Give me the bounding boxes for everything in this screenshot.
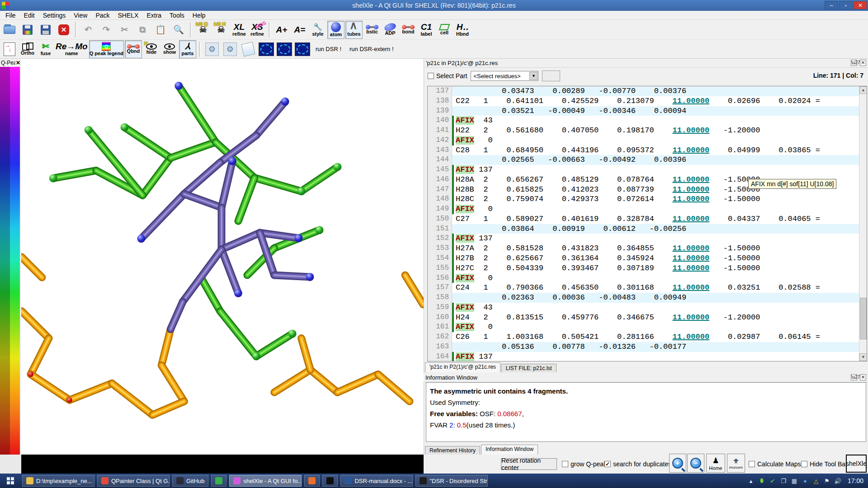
- editor-tab-0[interactable]: 'p21c in P2(1)/c'@ p21c.res: [425, 362, 500, 372]
- editor-close-icon[interactable]: ✕: [860, 60, 866, 66]
- reset-rotation-center-button[interactable]: Reset rotation center: [501, 458, 557, 470]
- tray-expand-arrow[interactable]: ▴: [747, 478, 755, 484]
- zoom-out-button[interactable]: −: [687, 454, 704, 473]
- save-image-button[interactable]: [19, 21, 36, 39]
- bottom-tab-0[interactable]: Refinement History: [425, 446, 480, 455]
- maximize-button[interactable]: ▫: [839, 1, 853, 9]
- bond-button[interactable]: bond: [400, 21, 417, 39]
- editor-line[interactable]: 160H24 2 0.813515 0.459776 0.346675 11.0…: [428, 313, 867, 323]
- taskbar-item-chrome[interactable]: QPainter Class | Qt G...: [97, 475, 170, 487]
- editor-line[interactable]: 148H28C 2 0.759074 0.429373 0.072614 11.…: [428, 194, 867, 204]
- search-duplicates-checkbox[interactable]: ✓search for duplicates: [604, 460, 671, 468]
- redo-button[interactable]: ↷: [98, 21, 115, 39]
- rename-button[interactable]: Re→Moname: [55, 40, 88, 58]
- qpeak-legend-close-icon[interactable]: ✕: [16, 60, 20, 66]
- kill-q-peaks-button[interactable]: ☠kill Q: [194, 21, 212, 39]
- menu-extra[interactable]: Extra: [143, 11, 165, 19]
- editor-scrollbar[interactable]: ▲ ▼: [859, 86, 867, 361]
- editor-line[interactable]: 141H22 2 0.561680 0.407050 0.198170 11.0…: [428, 126, 867, 136]
- paste-button[interactable]: 📋: [152, 21, 169, 39]
- menu-file[interactable]: File: [2, 11, 19, 19]
- tray-leaf-icon[interactable]: ⬮: [758, 477, 765, 484]
- editor-line[interactable]: 161AFIX 0: [428, 322, 867, 332]
- editor-line[interactable]: 143C28 1 0.684950 0.443196 0.095372 11.0…: [428, 145, 867, 155]
- tray-flag-icon[interactable]: ⚑: [823, 478, 830, 484]
- scrollbar-thumb[interactable]: [860, 298, 867, 339]
- settings-search2-button[interactable]: ⚙: [222, 40, 239, 58]
- xl-refine-button[interactable]: XLrefine: [231, 21, 248, 39]
- residues-dropdown[interactable]: <Select residues> ▼: [471, 71, 538, 81]
- fuse-button[interactable]: ✄fuse: [37, 40, 54, 58]
- start-button[interactable]: [0, 474, 21, 488]
- menu-edit[interactable]: Edit: [20, 11, 38, 19]
- editor-line[interactable]: 158 0.02363 0.00036 -0.00483 0.00949: [428, 293, 867, 303]
- editor-line[interactable]: 157C24 1 0.790366 0.456350 0.301168 11.0…: [428, 283, 867, 293]
- editor-line[interactable]: 155H27C 2 0.504339 0.393467 0.307189 11.…: [428, 263, 867, 273]
- editor-line[interactable]: 153H27A 2 0.581528 0.431823 0.364855 11.…: [428, 244, 867, 253]
- xs-refine-button[interactable]: XSANISrefine: [249, 21, 266, 39]
- tray-display-icon[interactable]: ▦: [791, 478, 798, 484]
- hide-toolbars-checkbox[interactable]: Hide Tool Bars: [801, 460, 851, 468]
- editor-line[interactable]: 138C22 1 0.641101 0.425529 0.213079 11.0…: [428, 96, 867, 106]
- atom-mode-button[interactable]: atom: [327, 21, 344, 39]
- editor-line[interactable]: 150C27 1 0.589027 0.401619 0.328784 11.0…: [428, 214, 867, 224]
- editor-line[interactable]: 144 0.02565 -0.00663 -0.00492 0.00396: [428, 155, 867, 165]
- editor-line[interactable]: 149AFIX 0: [428, 204, 867, 214]
- show-button[interactable]: show: [161, 40, 178, 58]
- parts-button[interactable]: ⅄parts: [179, 40, 196, 58]
- editor-line[interactable]: 152AFIX 137: [428, 234, 867, 244]
- open-file-button[interactable]: [1, 21, 18, 39]
- editor-line[interactable]: 159AFIX 43: [428, 303, 867, 313]
- editor-line[interactable]: 137 0.03473 0.00289 -0.00770 0.00376: [428, 86, 867, 96]
- mask-view-1-button[interactable]: [258, 40, 275, 58]
- ballstick-mode-button[interactable]: bstic: [363, 21, 381, 39]
- settings-search-button[interactable]: ⚙: [203, 40, 221, 58]
- editor-line[interactable]: 164AFIX 137: [428, 352, 867, 361]
- qbond-button[interactable]: Qbnd: [125, 40, 142, 58]
- adp-mode-button[interactable]: ADP: [382, 21, 399, 39]
- minimize-button[interactable]: –: [825, 1, 838, 9]
- axes-table-button[interactable]: [1, 40, 18, 58]
- editor-tab-1[interactable]: LIST FILE: p21c.lst: [501, 364, 557, 372]
- close-button[interactable]: ✕: [854, 1, 867, 9]
- bottom-tab-1[interactable]: Information Window: [481, 445, 538, 455]
- editor-line[interactable]: 140AFIX 43: [428, 116, 867, 126]
- menu-shelx[interactable]: SHELX: [114, 11, 142, 19]
- menu-help[interactable]: Help: [189, 11, 209, 19]
- molecule-viewer[interactable]: [21, 59, 424, 455]
- editor-float-icon[interactable]: \u2750: [851, 60, 857, 66]
- invzoom-button[interactable]: ⚜ invzoom: [727, 454, 745, 473]
- editor-line[interactable]: 145AFIX 137: [428, 165, 867, 175]
- editor-line[interactable]: 156AFIX 0: [428, 273, 867, 283]
- font-smaller-button[interactable]: A=: [291, 21, 308, 39]
- info-close-icon[interactable]: ✕: [860, 374, 866, 380]
- grow-qpeaks-checkbox[interactable]: grow Q-peaks: [562, 460, 610, 468]
- taskbar-item-explorer[interactable]: D:\tmp\example_ne...: [22, 475, 94, 487]
- zoom-in-button[interactable]: +: [669, 454, 686, 473]
- taskbar-item-pycharm[interactable]: [322, 475, 338, 487]
- editor-line[interactable]: 163 0.05136 0.00778 -0.01326 -0.00177: [428, 342, 867, 352]
- slab-button[interactable]: [240, 40, 257, 58]
- taskbar-item-green-app[interactable]: [211, 475, 226, 487]
- style-button[interactable]: 🔧style: [309, 21, 326, 39]
- info-float-icon[interactable]: \u2750: [851, 374, 857, 380]
- res-file-editor[interactable]: 137 0.03473 0.00289 -0.00770 0.00376138C…: [427, 86, 867, 361]
- hide-hydrogens-button[interactable]: Hhide: [143, 40, 160, 58]
- hbond-button[interactable]: H‥Hbnd: [454, 21, 471, 39]
- ortho-button[interactable]: Ortho: [19, 40, 36, 58]
- scroll-down-icon[interactable]: ▼: [859, 353, 867, 361]
- font-bigger-button[interactable]: A+: [273, 21, 290, 39]
- editor-line[interactable]: 151 0.03864 0.00919 0.00612 -0.00256: [428, 224, 867, 234]
- tray-volume-icon[interactable]: 🔊: [834, 478, 841, 484]
- tray-drive-icon[interactable]: △: [812, 478, 820, 484]
- cell-button[interactable]: cell: [436, 21, 453, 39]
- apply-selection-button[interactable]: [542, 70, 560, 81]
- menu-settings[interactable]: Settings: [39, 11, 70, 19]
- menu-view[interactable]: View: [70, 11, 91, 19]
- close-file-button[interactable]: ✕: [55, 21, 72, 39]
- run-dsr-button[interactable]: run DSR !: [312, 40, 345, 58]
- mask-view-3-button[interactable]: [294, 40, 311, 58]
- select-part-checkbox[interactable]: Select Part: [428, 72, 467, 80]
- editor-line[interactable]: 162C26 1 1.003168 0.505421 0.281166 11.0…: [428, 332, 867, 342]
- taskbar-item-word[interactable]: DSR-manual.docx - ...: [340, 475, 413, 487]
